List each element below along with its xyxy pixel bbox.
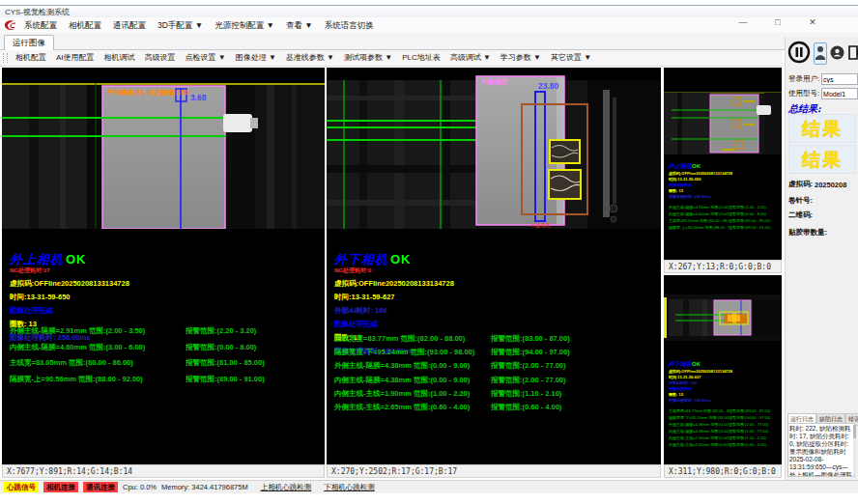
log-scrollbar[interactable] <box>853 425 856 475</box>
tab-run-image[interactable]: 运行图像 <box>4 35 54 50</box>
qrcode-label: 二维码: <box>788 210 813 220</box>
result-display-upper: 结果 <box>788 114 856 143</box>
user-login-button[interactable] <box>814 42 827 65</box>
lower-camera-heartbeat-link[interactable]: 下相机心跳检测 <box>324 483 375 492</box>
camera-link-badge: 相机连接 <box>43 482 78 492</box>
login-user-label: 登录用户: <box>788 74 819 84</box>
menu-item-language-switch[interactable]: 系统语言切换 <box>319 17 380 33</box>
desktop-margin <box>0 493 858 504</box>
user-icon <box>815 43 826 61</box>
red-note-label: AI处理区 <box>531 222 551 229</box>
toolbar-item-image-processing[interactable]: 图像处理 ▼ <box>231 50 281 66</box>
log-textarea[interactable]: 耗时: 222, 缺陷检测耗时: 17, 缺陷分类耗时: 0, 缺陷提取分区耗时… <box>787 423 855 477</box>
camera-view-upper[interactable]: 平均阈值:93, 动态阈值:100 3.68 外上相机OK NG处理耗时:17 … <box>2 68 325 464</box>
measurement-list-lower: 主线宽度=83.77mm 范围:(82.00 - 88.00)报警范围:(83.… <box>334 334 659 416</box>
camera-view-lower[interactable]: AI检测区 23.80 AI处理区 外下相机OK NG处理耗时:0 虚拟码:OF… <box>327 68 661 464</box>
coord-bar-upper: X:7677;Y:891;R:14;G:14;B:14 <box>2 464 325 478</box>
thumbnail-image-upper <box>664 89 782 154</box>
thumbnail-overlay-upper: 外上相机OK 虚拟码:OFFline20250208133134728 时间:1… <box>669 162 780 231</box>
camera-image-lower: AI检测区 23.80 AI处理区 <box>327 72 661 229</box>
app-logo-icon <box>3 19 18 32</box>
login-user-input[interactable] <box>821 73 858 85</box>
menu-item-view[interactable]: 查看 ▼ <box>280 17 319 33</box>
virtual-code-row: 虚拟码: 20250208 <box>788 180 846 189</box>
coord-bar-thumb-upper: X:267;Y:13;R:0;G:0;B:0 <box>664 260 782 273</box>
toolbar-item-learning-params[interactable]: 学习参数 ▼ <box>496 50 546 66</box>
toolbar-item-advanced-settings[interactable]: 高级设置 <box>140 50 181 66</box>
menu-item-system-config[interactable]: 系统配置 <box>18 17 63 33</box>
measurement-row: 外侧主线-隔膜=2.91mm 范围:(2.00 - 3.50)报警范围:(2.2… <box>10 326 323 336</box>
measurement-row: 外侧主线-主线=2.65mm 范围:(0.60 - 4.00)报警范围:(0.6… <box>334 403 659 412</box>
thumbnail-view-upper[interactable]: 外上相机OK 虚拟码:OFFline20250208133134728 时间:1… <box>664 68 782 260</box>
window-controls: — □ ✕ <box>736 16 819 28</box>
virtual-code-label: 虚拟码: <box>788 180 813 189</box>
window-titlebar: CYS-视觉检测系统 <box>0 5 858 17</box>
cpu-usage: Cpu: 0.0% <box>123 483 157 491</box>
login-user-row: 登录用户: <box>788 73 858 85</box>
maximize-button[interactable]: □ <box>771 16 785 28</box>
pause-button[interactable] <box>787 41 811 67</box>
status-ok: OK <box>390 252 412 266</box>
measurement-row: 隔膜宽-上=90.56mm 范围:(88.00 - 92.00)报警范围:(89… <box>10 375 323 384</box>
toolbar-item-other-settings[interactable]: 其它设置 ▼ <box>546 50 596 66</box>
measurement-row: 内侧主线-隔膜=4.38mm 范围:(0.00 - 9.00)报警范围:(2.0… <box>334 376 659 385</box>
menu-item-3d-hand-config[interactable]: 3D手配置 ▼ <box>152 17 209 33</box>
process-done-line: 图像处理完成 <box>334 320 657 329</box>
toolbar-item-camera-config[interactable]: 相机配置 <box>11 50 51 66</box>
tape-count-row: 贴胶带数量: <box>788 228 827 238</box>
blue-measure-value: 23.80 <box>538 81 559 91</box>
status-ok: OK <box>66 252 87 266</box>
toolbar-item-baseline-params[interactable]: 基准线参数 ▼ <box>281 50 339 66</box>
measurement-row: 主线宽度=83.77mm 范围:(82.00 - 88.00)报警范围:(83.… <box>334 334 659 344</box>
heartbeat-badge: 心跳信号 <box>4 482 39 492</box>
menu-item-camera-config[interactable]: 相机配置 <box>63 17 107 33</box>
toolbar-item-advanced-debug[interactable]: 高级调试 ▼ <box>445 50 496 66</box>
user-dark-icon <box>830 45 844 60</box>
menu-item-light-control-config[interactable]: 光源控制配置 ▼ <box>209 17 280 33</box>
barcode-line: 虚拟码:OFFline20250208133134728 <box>10 279 321 289</box>
model-input[interactable] <box>821 88 858 99</box>
tape-count-label: 贴胶带数量: <box>788 228 827 238</box>
close-button[interactable]: ✕ <box>806 16 819 28</box>
measurement-list-upper: 外侧主线-隔膜=2.91mm 范围:(2.00 - 3.50)报警范围:(2.2… <box>10 326 323 390</box>
toolbar-item-spot-check-settings[interactable]: 点检设置 ▼ <box>181 50 231 66</box>
memory-usage: Memory: 3424.41796875M <box>161 483 248 491</box>
user-account-button[interactable] <box>830 45 844 63</box>
threshold-label: 平均阈值:93, 动态阈值:100 <box>106 89 188 97</box>
measurement-row: 隔膜宽度-下=95.24mm 范围:(93.00 - 98.00)报警范围:(9… <box>334 348 659 357</box>
status-bar: 心跳信号 相机连接 通讯连接 Cpu: 0.0% Memory: 3424.41… <box>0 480 858 493</box>
virtual-code-value: 20250208 <box>815 181 846 189</box>
exit-button[interactable] <box>847 44 858 64</box>
camera-image-upper: 平均阈值:93, 动态阈值:100 3.68 <box>2 72 325 229</box>
camera-title-mini: 外下相机OK <box>669 360 780 369</box>
minimize-button[interactable]: — <box>736 16 750 28</box>
comm-link-badge: 通讯连接 <box>83 482 118 492</box>
upper-camera-heartbeat-link[interactable]: 上相机心跳检测 <box>261 483 312 492</box>
panel-buttons <box>787 41 858 67</box>
coord-bar-thumb-lower: X:311;Y:980;R:0;G:0;B:0 <box>664 464 782 478</box>
thumbnail-view-lower[interactable]: 外下相机OK 虚拟码:OFFline20250208133134728 时间:1… <box>664 275 782 464</box>
ai-region-label: AI检测区 <box>481 78 508 86</box>
thumbnail-image-lower <box>664 294 782 341</box>
camera-title-mini: 外上相机OK <box>669 162 780 171</box>
toolbar-item-camera-debug[interactable]: 相机调试 <box>100 50 140 66</box>
menu-bar: 系统配置 相机配置 通讯配置 3D手配置 ▼ 光源控制配置 ▼ 查看 ▼ 系统语… <box>0 17 858 34</box>
toolbar-grip <box>3 53 8 63</box>
process-done-line: 图像处理完成 <box>10 306 321 316</box>
toolbar: 相机配置 AI使用配置 相机调试 高级设置 点检设置 ▼ 图像处理 ▼ 基准线参… <box>0 50 783 67</box>
thumbnail-overlay-lower: 外下相机OK 虚拟码:OFFline20250208133134728 时间:1… <box>669 360 780 448</box>
qrcode-row: 二维码: <box>788 210 813 220</box>
barcode-line: 虚拟码:OFFline20250208133134728 <box>334 279 657 289</box>
toolbar-item-plc-address-table[interactable]: PLC地址表 <box>397 50 445 66</box>
measurement-list-mini: 外侧主线-隔膜=2.91mm 范围:(2.00 - 3.50)报警范围:(2.2… <box>669 204 780 231</box>
reel-row: 卷针号: <box>788 196 813 206</box>
ai-cost-line: 外部AI耗时: 166 <box>334 306 657 316</box>
time-line: 时间:13-31-59-627 <box>334 293 657 302</box>
toolbar-item-test-item-params[interactable]: 测试项参数 ▼ <box>339 50 397 66</box>
toolbar-item-ai-usage-config[interactable]: AI使用配置 <box>51 50 100 66</box>
reel-label: 卷针号: <box>788 196 813 206</box>
measurement-list-mini: 主线宽度=83.77mm 范围:(82.00 - 88.00)报警范围:(83.… <box>669 407 780 448</box>
menu-item-comm-config[interactable]: 通讯配置 <box>107 17 152 33</box>
exit-door-icon <box>847 44 858 61</box>
result-display-lower: 结果 <box>788 145 856 174</box>
